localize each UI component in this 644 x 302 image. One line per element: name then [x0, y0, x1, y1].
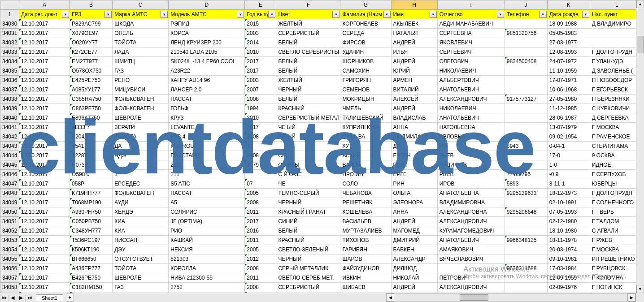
cell[interactable]	[245, 170, 276, 179]
cell[interactable]: СОЛЯРИС	[169, 207, 245, 217]
cell[interactable]	[276, 142, 340, 151]
row-header[interactable]: 34051	[0, 217, 19, 226]
cell[interactable]: С348УН777	[70, 226, 113, 236]
cell[interactable]: ГАЗ	[113, 66, 169, 76]
cell[interactable]: АНДРЕЙ	[391, 57, 437, 66]
cell[interactable]: 12.10.2017	[19, 283, 70, 292]
cell[interactable]: 12.10.2017	[19, 85, 70, 95]
cell[interactable]: 12.10.2017	[19, 255, 70, 264]
cell[interactable]: ВИТАЛИЙ	[391, 85, 437, 95]
cell[interactable]: 12.10.2017	[19, 113, 70, 123]
cell[interactable]: 11-10-1959	[547, 66, 590, 76]
filter-dropdown-icon[interactable]: ▼	[383, 11, 391, 18]
cell[interactable]: ШКОДА	[113, 19, 169, 29]
cell[interactable]: 2008	[245, 198, 276, 207]
cell[interactable]: 9175773127	[505, 95, 547, 104]
sheet-nav-prev[interactable]: ◀	[9, 295, 17, 301]
cell[interactable]: ЛЮДМИЛА	[391, 132, 437, 142]
cell[interactable]: АНДРЕЙ	[391, 104, 437, 113]
cell[interactable]: Х079ОЕ97	[70, 29, 113, 38]
cell[interactable]: 210	[169, 160, 245, 170]
cell[interactable]: Т541	[70, 142, 113, 151]
filter-header[interactable]: Дата рожде▼	[547, 10, 590, 19]
cell[interactable]: 12.10.2017	[19, 104, 70, 113]
cell[interactable]: 2008	[245, 95, 276, 104]
scroll-up-arrow[interactable]: ▲	[636, 0, 644, 8]
cell[interactable]: ВЛАДИМИРОВНА	[437, 198, 505, 207]
cell[interactable]: АУДИ	[113, 198, 169, 207]
cell[interactable]: 2752	[169, 283, 245, 292]
row-header[interactable]: 34056	[0, 264, 19, 273]
column-header-C[interactable]: C	[113, 0, 169, 10]
cell[interactable]: Р829АС799	[70, 19, 113, 29]
cell[interactable]: 2007	[245, 85, 276, 95]
cell[interactable]: ЗЕРАТИ	[113, 123, 169, 132]
cell[interactable]: ИЛЬЯ	[391, 47, 437, 57]
row-header[interactable]: 34032	[0, 38, 19, 47]
cell[interactable]: 9851320756	[505, 29, 547, 38]
vertical-scroll-thumb[interactable]	[637, 36, 644, 53]
cell[interactable]: ГАРИБЯН	[340, 245, 391, 255]
cell[interactable]: 2008	[245, 264, 276, 273]
filter-dropdown-icon[interactable]: ▼	[104, 11, 112, 18]
cell[interactable]: СЕРЕБРИСТЫЙ МЕТАЛ	[276, 113, 340, 123]
cell[interactable]: А436ЕР777	[70, 264, 113, 273]
cell[interactable]: АНДРЕЙ	[391, 38, 437, 47]
cell[interactable]: ФОЛЬКСВАГЕН	[113, 189, 169, 198]
cell[interactable]: 2003	[245, 29, 276, 38]
cell[interactable]: 12.10.2017	[19, 123, 70, 132]
cell[interactable]: ТЕМНО-СЕРЫЙ	[276, 189, 340, 198]
cell[interactable]: С385НА750	[70, 95, 113, 104]
cell[interactable]: 12.10.2017	[19, 226, 70, 236]
cell[interactable]: 2014	[245, 38, 276, 47]
cell[interactable]: 12.10.2017	[19, 179, 70, 189]
cell[interactable]: КРАСНЫЙ	[276, 236, 340, 245]
row-header[interactable]: 34048	[0, 189, 19, 198]
cell[interactable]: 12.10.2017	[19, 198, 70, 207]
cell[interactable]: ПАВЛ	[391, 160, 437, 170]
filter-header[interactable]: Цвет▼	[276, 10, 340, 19]
cell[interactable]: 12.10.2017	[19, 170, 70, 179]
column-header-H[interactable]: H	[391, 0, 437, 10]
row-header[interactable]: 1	[0, 10, 19, 19]
cell[interactable]: РЭПИД	[169, 19, 245, 29]
cell[interactable]: 12.10.2017	[19, 264, 70, 273]
row-header[interactable]: 34045	[0, 160, 19, 170]
cell[interactable]: Т228У	[70, 151, 113, 160]
cell[interactable]: 05-05-1983	[547, 29, 590, 38]
cell[interactable]: 5893	[505, 179, 547, 189]
row-header[interactable]: 34033	[0, 47, 19, 57]
cell[interactable]: 2011	[245, 236, 276, 245]
row-header[interactable]: 34052	[0, 226, 19, 236]
filter-header[interactable]: Год выпу▼	[245, 10, 276, 19]
cell[interactable]: 12-09-1959	[547, 273, 590, 283]
cell[interactable]: LEVANTE	[169, 123, 245, 132]
cell[interactable]: ДИЛШОД	[391, 264, 437, 273]
row-header[interactable]: 34036	[0, 76, 19, 85]
cell[interactable]: АНДРЕЙ	[391, 217, 437, 226]
row-header[interactable]: 34047	[0, 179, 19, 189]
cell[interactable]: KS0 RGU	[169, 142, 245, 151]
cell[interactable]: ОЛЬГА	[391, 189, 437, 198]
cell[interactable]: ЕВГЕН	[391, 151, 437, 160]
cell[interactable]: ТОЙОТА	[113, 38, 169, 47]
cell[interactable]: 2003	[245, 76, 276, 85]
cell[interactable]: 12.10.2017	[19, 38, 70, 47]
cell[interactable]: ГАЗ	[113, 283, 169, 292]
cell[interactable]: К506КТ190	[70, 245, 113, 255]
cell[interactable]: 18-12-1973	[547, 189, 590, 198]
cell[interactable]: АРМЕН	[391, 76, 437, 85]
cell[interactable]: 9636211688	[505, 264, 547, 273]
cell[interactable]: ПАССАТ	[169, 95, 245, 104]
cell[interactable]: 09-10-1981	[547, 255, 590, 264]
cell[interactable]: Е896АТ750	[70, 113, 113, 123]
cell[interactable]: Р204А	[70, 132, 113, 142]
filter-header[interactable]: Имя▼	[391, 10, 437, 19]
filter-dropdown-icon[interactable]: ▼	[430, 11, 437, 18]
cell[interactable]: ГОЛЬФ	[169, 104, 245, 113]
cell[interactable]: НЕКСИЯ	[169, 245, 245, 255]
sheet-nav-last[interactable]: ⏭	[26, 295, 34, 301]
cell[interactable]	[437, 264, 505, 273]
column-header-E[interactable]: E	[245, 0, 276, 10]
row-header[interactable]: 34041	[0, 123, 19, 132]
